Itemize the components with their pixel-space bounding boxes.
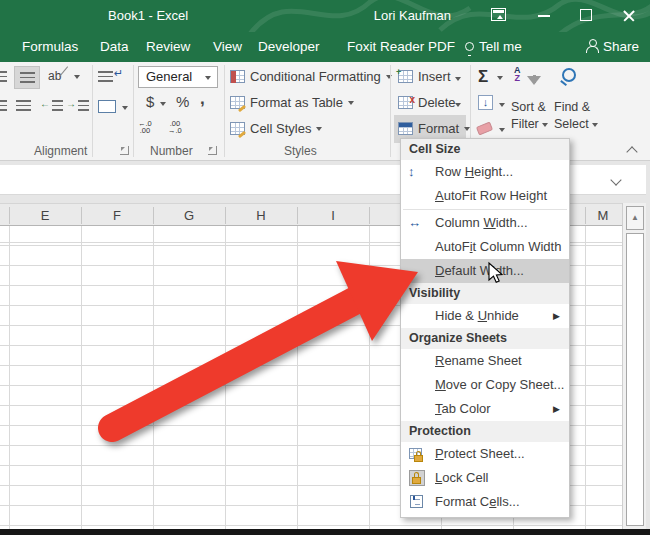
clear-button[interactable] [476, 122, 493, 136]
styles-group-label: Styles [284, 144, 317, 158]
insert-dropdown-arrow[interactable] [455, 77, 461, 81]
column-header-e[interactable]: E [9, 208, 81, 223]
menu-item-autofit-column-width[interactable]: AutoFit Column Width [401, 235, 569, 259]
fill-dropdown-arrow[interactable] [499, 103, 505, 107]
wrap-text-icon[interactable] [98, 71, 113, 82]
delete-dropdown-arrow[interactable] [455, 103, 461, 107]
tab-data[interactable]: Data [100, 39, 129, 54]
filter-funnel-icon [527, 76, 541, 85]
number-format-combo[interactable]: General [138, 66, 218, 88]
tab-formulas[interactable]: Formulas [22, 39, 78, 54]
insert-cells-button[interactable]: + Insert [398, 69, 451, 84]
menu-section-cell-size: Cell Size [401, 139, 569, 160]
signed-in-user: Lori Kaufman [374, 8, 451, 23]
fill-button[interactable]: ↓ [478, 95, 493, 110]
column-header-g[interactable]: G [153, 208, 225, 223]
merge-center-dropdown-arrow[interactable] [122, 106, 128, 110]
protect-sheet-icon [408, 446, 426, 462]
align-right-icon[interactable] [16, 100, 31, 111]
tab-developer[interactable]: Developer [258, 39, 320, 54]
orientation-dropdown-arrow[interactable] [74, 75, 80, 79]
number-group-label: Number [150, 144, 193, 158]
minimize-button[interactable] [538, 15, 550, 17]
menu-section-protection: Protection [401, 421, 569, 442]
title-bar: Book1 - Excel Lori Kaufman [0, 0, 650, 32]
column-header-i[interactable]: I [297, 208, 369, 223]
lock-cell-icon [408, 470, 426, 486]
scrollbar-thumb[interactable] [626, 233, 644, 526]
titlebar-flourish-decoration [0, 0, 650, 32]
column-header-h[interactable]: H [225, 208, 297, 223]
menu-item-lock-cell[interactable]: Lock Cell [401, 466, 569, 490]
menu-item-format-cells[interactable]: Format Cells... [401, 490, 569, 514]
increase-indent-icon[interactable]: → [66, 98, 76, 109]
ribbon-display-options-icon[interactable] [491, 8, 506, 21]
orientation-slash-icon [59, 66, 75, 82]
alignment-dialog-launcher[interactable] [120, 146, 129, 155]
decrease-indent-bars [52, 100, 63, 111]
accounting-dropdown-arrow[interactable] [160, 102, 166, 106]
comma-style-button[interactable]: , [200, 89, 205, 109]
right-edge-filler [646, 161, 650, 529]
window-title: Book1 - Excel [108, 8, 188, 23]
align-top-icon[interactable] [0, 71, 7, 82]
find-select-button[interactable]: Find & Select [554, 99, 598, 133]
conditional-formatting-button[interactable]: Conditional Formatting [230, 69, 392, 84]
autosum-button[interactable]: Σ [478, 67, 488, 87]
column-header-f[interactable]: F [81, 208, 153, 223]
column-width-icon: ↔ [408, 215, 426, 231]
lightbulb-icon [465, 42, 474, 51]
format-as-table-button[interactable]: Format as Table [230, 95, 354, 110]
sort-filter-button[interactable]: Sort & Filter [511, 99, 548, 133]
tell-me-box[interactable]: Tell me [465, 39, 522, 54]
submenu-arrow-icon: ▶ [553, 304, 560, 328]
align-left-icon[interactable] [0, 100, 7, 111]
collapse-ribbon-button[interactable] [626, 146, 637, 157]
close-button[interactable] [622, 9, 636, 23]
wrap-text-return-glyph: ↵ [114, 67, 123, 80]
menu-item-column-width[interactable]: ↔ Column Width... [401, 211, 569, 235]
menu-item-hide-unhide[interactable]: Hide & Unhide ▶ [401, 304, 569, 328]
vertical-scrollbar[interactable]: ▲ [622, 203, 646, 529]
increase-decimal-button[interactable]: ←.0 .00 [138, 120, 152, 134]
autosum-dropdown-arrow[interactable] [497, 76, 503, 80]
alignment-group-label: Alignment [34, 144, 87, 158]
format-button[interactable]: Format [398, 121, 470, 136]
window-bottom-edge [0, 529, 650, 535]
menu-section-organize-sheets: Organize Sheets [401, 328, 569, 349]
tab-view[interactable]: View [213, 39, 242, 54]
scroll-up-button[interactable]: ▲ [626, 206, 644, 230]
menu-item-protect-sheet[interactable]: Protect Sheet... [401, 442, 569, 466]
merge-center-icon[interactable] [98, 100, 116, 113]
menu-item-row-height[interactable]: ↕ Row Height... [401, 160, 569, 184]
number-format-dropdown-arrow [205, 76, 211, 80]
accounting-format-button[interactable]: $ [146, 93, 154, 110]
decrease-indent-icon[interactable]: ← [40, 98, 50, 109]
share-button[interactable]: Share [586, 39, 639, 54]
ribbon-tab-bar: Formulas Data Review View Developer Foxi… [0, 32, 650, 62]
cell-styles-icon [230, 122, 245, 135]
maximize-button[interactable] [580, 9, 592, 21]
person-icon [586, 39, 598, 51]
number-dialog-launcher[interactable] [208, 146, 217, 155]
menu-item-autofit-row-height[interactable]: AutoFit Row Height [401, 184, 569, 208]
delete-cells-button[interactable]: x Delete [398, 95, 456, 110]
middle-align-button-selected[interactable] [14, 66, 40, 89]
conditional-formatting-icon [230, 70, 245, 83]
excel-window: Book1 - Excel Lori Kaufman Formulas Data… [0, 0, 650, 535]
clear-dropdown-arrow[interactable] [499, 128, 505, 132]
find-select-magnifier-icon [560, 68, 576, 84]
delete-cells-icon: x [398, 96, 413, 109]
menu-item-default-width[interactable]: Default Width... [401, 259, 569, 283]
cell-styles-button[interactable]: Cell Styles [230, 121, 322, 136]
decrease-decimal-button[interactable]: .00 →.0 [168, 120, 182, 134]
increase-indent-bars [78, 100, 89, 111]
menu-item-tab-color[interactable]: Tab Color ▶ [401, 397, 569, 421]
percent-style-button[interactable]: % [176, 93, 189, 110]
menu-item-rename-sheet[interactable]: Rename Sheet [401, 349, 569, 373]
menu-section-visibility: Visibility [401, 283, 569, 304]
tab-foxit-reader-pdf[interactable]: Foxit Reader PDF [347, 39, 455, 54]
format-icon [398, 122, 413, 135]
menu-item-move-or-copy-sheet[interactable]: Move or Copy Sheet... [401, 373, 569, 397]
tab-review[interactable]: Review [146, 39, 190, 54]
